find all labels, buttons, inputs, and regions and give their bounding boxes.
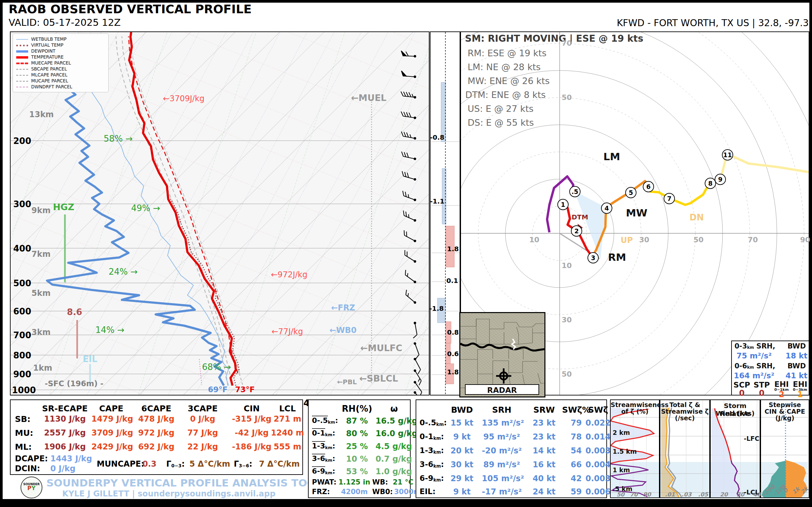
panel-x-tick: .01 xyxy=(665,491,675,498)
dwndrft-line-icon xyxy=(16,87,28,88)
pressure-tick: 300 xyxy=(13,199,31,209)
ring-label: 30 xyxy=(639,236,649,244)
rh-value: 87 % xyxy=(337,417,377,425)
pressure-tick: 900 xyxy=(13,369,31,379)
kin-srh: 135 m²/s² xyxy=(482,419,521,427)
ml-cin: -186 J/kg xyxy=(232,443,271,451)
omega-value: 0.7 g/kg xyxy=(375,455,412,463)
ds-motion: DS: E @ 55 kts xyxy=(468,118,534,127)
panel-title: Wind (kts) xyxy=(711,409,760,417)
kin-srh: -20 m²/s² xyxy=(482,447,521,455)
sb-cin: -315 J/kg xyxy=(232,415,271,423)
lfc-label: -LFC xyxy=(744,435,759,442)
scp-value: 0 xyxy=(733,389,750,397)
wb-value: 21 °C xyxy=(393,479,413,486)
panel-x-tick: .03 xyxy=(681,491,692,498)
pbl-label: ←PBL xyxy=(337,379,357,385)
dcin-value: 0 J/kg xyxy=(50,465,75,472)
legend-item: MUECAPE PARCEL xyxy=(16,60,105,66)
sblcl-label: ←SBLCL xyxy=(359,374,398,383)
thermo-header: SR-ECAPE xyxy=(42,404,88,413)
panel-x-tick: 50 xyxy=(617,491,624,498)
legend-item: DWNDRFT PARCEL xyxy=(16,84,105,90)
hodo-marker: 4 xyxy=(601,203,612,214)
kin-swz: 0.003 xyxy=(581,474,615,483)
lapse36-label: Γ3−6: xyxy=(234,460,252,468)
mucape-annotation: ←3709J/kg xyxy=(163,95,204,103)
panel-title: Streamwiseness xyxy=(611,401,659,408)
rm-label: RM xyxy=(608,252,626,263)
omega-value: 1.0 g/kg xyxy=(375,468,412,475)
hodo-marker: 9 xyxy=(715,174,726,185)
panel-title: Stepwise xyxy=(761,401,809,408)
stp-header: STP xyxy=(752,381,771,389)
km-label: 13km xyxy=(29,110,54,119)
hgz-label: HGZ xyxy=(53,203,74,212)
hodo-marker: 6 xyxy=(643,181,654,192)
omega-header: ω xyxy=(381,404,407,413)
advection-frame xyxy=(430,32,460,395)
lapse-label: 8.6 xyxy=(67,308,82,317)
kin-row-label: 1-3km: xyxy=(419,447,444,454)
km-label: 3km xyxy=(32,328,51,337)
hodo-marker: 1 xyxy=(557,199,569,210)
bwd03-value: 18 kt xyxy=(785,352,807,360)
rh-label-500: 24% → xyxy=(109,267,138,276)
panel-title: Streamwise ζ xyxy=(660,408,709,415)
thermo-row-label: MU: xyxy=(15,429,33,437)
hodo-marker: 2 xyxy=(571,225,582,237)
kin-bwd: 15 kt xyxy=(442,419,482,427)
kin-swz: 0.006 xyxy=(581,488,615,496)
panel-x-tick: 30 xyxy=(737,491,745,498)
sbcape-line-icon xyxy=(16,69,28,70)
kin-srw: 40 kt xyxy=(526,474,562,483)
km-label: 5km xyxy=(32,289,51,298)
legend-item: SBCAPE PARCEL xyxy=(16,66,105,72)
rh-header: RH(%) xyxy=(337,404,377,413)
ehi01-value: 2 xyxy=(773,391,790,398)
kin-srw: 23 kt xyxy=(526,433,562,441)
sb-6cape: 478 J/kg xyxy=(137,415,176,423)
pressure-tick: 400 xyxy=(13,243,31,253)
rh-row-label: 0-.5km: xyxy=(312,417,338,424)
thermo-header: 6CAPE xyxy=(137,404,176,413)
kin-bwd: 30 kt xyxy=(442,461,482,469)
bwd06-value: 41 kt xyxy=(785,372,807,380)
ring-label: 50 xyxy=(694,236,704,244)
rh-row-label: 0-1km: xyxy=(312,430,335,437)
advection-value: 0.1 xyxy=(446,277,458,285)
ring-label: 90 xyxy=(800,236,810,244)
kin-row-label: 6-9km: xyxy=(419,474,444,482)
kin-swz: 0.022 xyxy=(581,419,615,427)
ml-srecape: 1906 J/kg xyxy=(42,443,88,451)
rh-row-label: 3-6km: xyxy=(312,455,335,462)
thermo-header: LCL xyxy=(267,404,307,413)
cape3-annotation: ←77J/kg xyxy=(271,328,303,336)
omega-value: 16.0 g/kg xyxy=(375,430,412,438)
pressure-tick: 600 xyxy=(13,306,31,317)
dn-label: DN xyxy=(690,213,704,222)
lapse03-value: 5 Δ°C/km xyxy=(190,460,230,468)
kin-swz: 0.014 xyxy=(581,433,615,441)
branding-title: SOUNDERPY VERTICAL PROFILE ANALYSIS TOOL xyxy=(46,478,292,488)
kin-srh: 105 m²/s² xyxy=(482,474,521,483)
rm-motion: RM: ESE @ 19 kts xyxy=(468,49,546,58)
kin-header: SWζ xyxy=(581,406,615,414)
muncape-label: MUNCAPE: xyxy=(97,460,144,468)
rh-value: 25 % xyxy=(337,443,377,450)
bwd06-header: BWD xyxy=(788,363,806,370)
cape6-annotation: ←972J/kg xyxy=(271,271,307,279)
legend-item: WETBULB TEMP xyxy=(16,36,105,42)
radar-map-inset: RADAR UNAVAILABLE xyxy=(459,312,546,397)
km-label: 9km xyxy=(32,206,51,215)
hodo-marker: 8 xyxy=(705,178,716,189)
station-header: KFWD - FORT WORTH, TX US | 32.8, -97.3 xyxy=(430,18,809,28)
ehi01-header: EHI xyxy=(773,381,790,388)
advection-value: 0.6 xyxy=(447,350,459,358)
sb-3cape: 0 J/kg xyxy=(183,415,222,423)
ring-label: 70 xyxy=(748,236,758,244)
frz-row-label: FRZ: xyxy=(312,489,330,495)
omega-value: 16.5 g/kg xyxy=(375,417,412,425)
hodo-marker: 3 xyxy=(588,252,599,264)
pressure-tick: 800 xyxy=(13,350,31,360)
